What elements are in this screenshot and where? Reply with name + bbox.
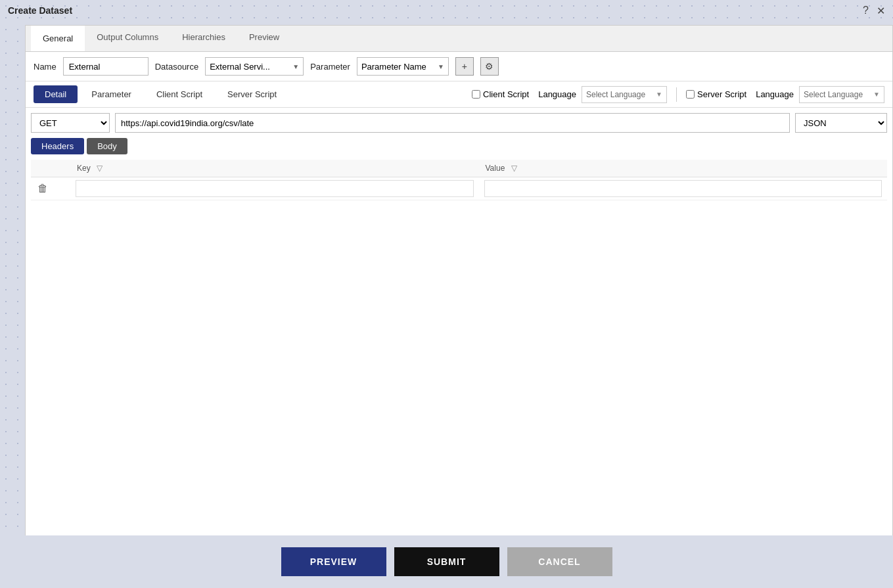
inner-tabs: Headers Body: [31, 138, 887, 154]
footer: PREVIEW SUBMIT CANCEL: [0, 535, 893, 588]
format-select[interactable]: JSON XML CSV: [795, 113, 887, 133]
datasource-dropdown-icon: ▼: [292, 63, 299, 70]
value-filter-icon[interactable]: ▽: [511, 164, 517, 173]
name-input[interactable]: [63, 57, 149, 76]
datasource-select[interactable]: External Servi... ▼: [205, 57, 304, 76]
col-value: Value ▽: [479, 160, 888, 177]
submit-button[interactable]: SUBMIT: [394, 547, 499, 576]
content-area: GET POST PUT DELETE JSON XML CSV Headers…: [26, 108, 892, 587]
title-bar: Create Dataset ? ✕: [0, 0, 893, 21]
datasource-label: Datasource: [155, 62, 198, 72]
value-cell: [479, 177, 888, 200]
inner-tab-body[interactable]: Body: [87, 138, 127, 154]
tab-preview[interactable]: Preview: [237, 26, 291, 51]
client-script-checkbox[interactable]: [472, 90, 480, 99]
table-row: 🗑: [31, 177, 887, 200]
key-cell: [70, 177, 479, 200]
add-button[interactable]: +: [455, 57, 474, 76]
language-label-2: Language: [756, 89, 794, 99]
server-script-label: Server Script: [697, 89, 746, 99]
divider: [676, 87, 677, 102]
server-script-checkbox[interactable]: [686, 90, 695, 99]
tab-general[interactable]: General: [31, 26, 85, 51]
cancel-button[interactable]: CANCEL: [507, 547, 612, 576]
parameter-label: Parameter: [310, 62, 350, 72]
client-script-group: Client Script: [472, 89, 529, 99]
sub-tabs-right: Client Script Language Select Language ▼…: [472, 86, 884, 103]
url-input[interactable]: [115, 113, 790, 133]
subtab-client-script[interactable]: Client Script: [145, 85, 214, 103]
delete-row-button[interactable]: 🗑: [36, 181, 49, 196]
lang1-dropdown-icon: ▼: [656, 91, 662, 98]
name-label: Name: [34, 62, 57, 72]
subtab-server-script[interactable]: Server Script: [216, 85, 288, 103]
tab-output-columns[interactable]: Output Columns: [85, 26, 170, 51]
server-script-group: Server Script: [686, 89, 746, 99]
headers-table: Key ▽ Value ▽ 🗑: [31, 160, 887, 200]
language-label-1: Language: [538, 89, 576, 99]
subtab-detail[interactable]: Detail: [34, 85, 78, 103]
lang2-dropdown-icon: ▼: [873, 91, 880, 98]
sub-tabs-row: Detail Parameter Client Script Server Sc…: [26, 81, 892, 108]
dialog-title: Create Dataset: [8, 5, 72, 16]
main-dialog: General Output Columns Hierarchies Previ…: [25, 25, 893, 588]
language-select-1[interactable]: Select Language ▼: [582, 86, 667, 103]
parameter-dropdown-icon: ▼: [438, 63, 444, 70]
tab-bar: General Output Columns Hierarchies Previ…: [26, 26, 892, 52]
key-input[interactable]: [76, 180, 474, 197]
name-row: Name Datasource External Servi... ▼ Para…: [26, 52, 892, 81]
language-select-2[interactable]: Select Language ▼: [799, 86, 884, 103]
subtab-parameter[interactable]: Parameter: [80, 85, 143, 103]
key-filter-icon[interactable]: ▽: [97, 164, 103, 173]
delete-cell: 🗑: [31, 177, 70, 200]
col-key: Key ▽: [70, 160, 479, 177]
title-bar-icons: ? ✕: [863, 5, 885, 17]
settings-icon: ⚙: [485, 61, 493, 72]
method-select[interactable]: GET POST PUT DELETE: [31, 113, 110, 133]
parameter-select[interactable]: Parameter Name ▼: [357, 57, 449, 76]
request-row: GET POST PUT DELETE JSON XML CSV: [31, 113, 887, 133]
close-icon[interactable]: ✕: [877, 5, 885, 17]
help-icon[interactable]: ?: [863, 5, 869, 16]
client-script-label: Client Script: [483, 89, 529, 99]
col-delete: [31, 160, 70, 177]
inner-tab-headers[interactable]: Headers: [31, 138, 84, 154]
settings-button[interactable]: ⚙: [480, 57, 499, 76]
preview-button[interactable]: PREVIEW: [281, 547, 386, 576]
value-input[interactable]: [484, 180, 882, 197]
tab-hierarchies[interactable]: Hierarchies: [170, 26, 237, 51]
